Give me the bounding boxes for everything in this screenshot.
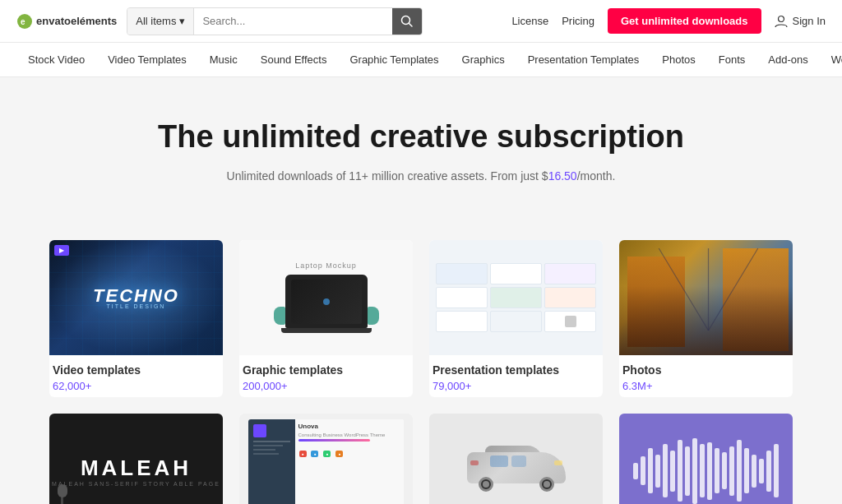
header-links: License Pricing Get unlimited downloads … xyxy=(511,8,826,34)
svg-line-5 xyxy=(659,248,708,331)
subtitle-prefix: Unlimited downloads of 11+ million creat… xyxy=(227,169,548,183)
pricing-link[interactable]: Pricing xyxy=(562,15,594,27)
nav-item-sound-effects[interactable]: Sound Effects xyxy=(249,43,339,76)
hero-subtitle: Unlimited downloads of 11+ million creat… xyxy=(16,169,826,183)
plant-right-icon xyxy=(368,307,379,325)
svg-point-4 xyxy=(778,16,784,21)
card-info-video: Video templates 62,000+ xyxy=(49,355,223,397)
wave-bar xyxy=(715,448,719,493)
nav-item-music[interactable]: Music xyxy=(198,43,249,76)
wave-bar xyxy=(774,444,779,497)
card-graphic-templates[interactable]: Laptop Mockup xyxy=(239,240,413,397)
wave-bar xyxy=(692,438,697,504)
card-presentation-templates[interactable]: Presentation templates 79,000+ xyxy=(429,240,603,397)
wave-bar xyxy=(729,446,734,496)
nav-item-web-templates[interactable]: Web Templates xyxy=(820,43,842,76)
wp-tag1: ● xyxy=(299,451,307,457)
card-info-presentation: Presentation templates 79,000+ xyxy=(429,355,603,397)
thumb-music xyxy=(619,414,793,504)
logo-icon: e xyxy=(16,13,33,30)
license-link[interactable]: License xyxy=(511,15,548,27)
car-shape xyxy=(467,451,566,492)
techno-label: TECHNO xyxy=(93,285,179,307)
price-text: 16.50 xyxy=(548,169,577,183)
svg-line-7 xyxy=(709,248,758,331)
card-photos[interactable]: Photos 6.3M+ xyxy=(619,240,793,397)
wave-bar xyxy=(707,442,712,500)
nav-item-presentation-templates[interactable]: Presentation Templates xyxy=(516,43,651,76)
wave-bar xyxy=(685,446,690,496)
dropdown-label: All items xyxy=(136,15,176,27)
thumb-wordpress: Unova Consulting Business WordPress Them… xyxy=(239,414,413,504)
search-input[interactable] xyxy=(194,8,392,35)
wp-site-title: Unova xyxy=(298,423,401,430)
laptop-shape xyxy=(285,275,368,328)
wave-bar xyxy=(766,451,771,492)
hero-title: The unlimited creative subscription xyxy=(16,118,826,156)
sign-in-button[interactable]: Sign In xyxy=(775,15,826,28)
hero-section: The unlimited creative subscription Unli… xyxy=(0,77,842,215)
card-music[interactable]: Royalty-Free Music 120,000+ xyxy=(619,414,793,504)
card-info-graphic: Graphic templates 200,000+ xyxy=(239,355,413,397)
grid-container: TECHNO TITLE DESIGN ▶ Video templates 62… xyxy=(49,240,793,504)
nav-item-video-templates[interactable]: Video Templates xyxy=(96,43,198,76)
wp-site-sub: Consulting Business WordPress Theme xyxy=(298,432,401,437)
wp-accent-bar xyxy=(298,439,370,442)
wp-tag2: ● xyxy=(311,451,318,457)
nav-item-photos[interactable]: Photos xyxy=(650,43,706,76)
nav-item-stock-video[interactable]: Stock Video xyxy=(16,43,96,76)
wp-tag4: ● xyxy=(335,451,343,457)
wave-bar xyxy=(759,459,764,483)
wp-content-area: Unova Consulting Business WordPress Them… xyxy=(295,419,405,504)
waveform-visual xyxy=(633,438,779,504)
card-info-photos: Photos 6.3M+ xyxy=(619,355,793,397)
laptop-screen xyxy=(291,280,362,324)
main-nav: Stock Video Video Templates Music Sound … xyxy=(0,43,842,77)
search-bar: All items ▾ xyxy=(127,7,423,35)
font-display-text: MALEAH xyxy=(52,455,220,481)
card-video-templates[interactable]: TECHNO TITLE DESIGN ▶ Video templates 62… xyxy=(49,240,223,397)
thumb-photos xyxy=(619,240,793,355)
laptop-mockup-label: Laptop Mockup xyxy=(295,261,357,270)
wave-bar xyxy=(670,451,675,492)
chevron-down-icon: ▾ xyxy=(179,15,185,27)
svg-text:e: e xyxy=(21,17,25,26)
card-count-presentation: 79,000+ xyxy=(433,380,599,392)
wp-tag3: ● xyxy=(323,451,331,457)
logo[interactable]: e envatoeléments xyxy=(16,13,117,30)
car-wheel-front xyxy=(479,477,493,492)
sign-in-label: Sign In xyxy=(793,15,826,27)
user-icon xyxy=(775,15,788,28)
nav-item-graphic-templates[interactable]: Graphic Templates xyxy=(338,43,450,76)
cta-button[interactable]: Get unlimited downloads xyxy=(608,8,761,34)
thumb-video-templates: TECHNO TITLE DESIGN ▶ xyxy=(49,240,223,355)
nav-item-graphics[interactable]: Graphics xyxy=(451,43,516,76)
thumb-presentation-templates xyxy=(429,240,603,355)
nav-item-fonts[interactable]: Fonts xyxy=(707,43,757,76)
card-fonts[interactable]: MALEAH MALEAH SANS-SERIF STORY ABLE PAGE… xyxy=(49,414,223,504)
wave-bar xyxy=(722,452,727,489)
wave-bar xyxy=(752,455,756,488)
wave-bar xyxy=(678,440,682,502)
bridge-cables xyxy=(619,240,793,355)
wave-bar xyxy=(737,440,742,502)
card-3d[interactable]: 3D 140,000+ xyxy=(429,414,603,504)
card-wordpress[interactable]: Unova Consulting Business WordPress Them… xyxy=(239,414,413,504)
presentation-slides-grid xyxy=(429,257,603,339)
wave-bar xyxy=(633,463,638,479)
logo-text: envatoeléments xyxy=(36,15,117,27)
thumb-fonts: MALEAH MALEAH SANS-SERIF STORY ABLE PAGE xyxy=(49,414,223,504)
search-button[interactable] xyxy=(392,8,422,35)
category-grid: TECHNO TITLE DESIGN ▶ Video templates 62… xyxy=(0,215,842,504)
laptop-base xyxy=(281,328,372,333)
search-dropdown[interactable]: All items ▾ xyxy=(127,8,194,35)
wave-bar xyxy=(641,456,645,485)
thumb-badge: ▶ xyxy=(54,245,69,256)
card-title-photos: Photos xyxy=(622,363,789,377)
plant-left-icon xyxy=(274,307,285,325)
wave-bar xyxy=(744,448,749,493)
svg-line-3 xyxy=(409,23,413,26)
font-sub-text: MALEAH SANS-SERIF STORY ABLE PAGE xyxy=(52,481,220,487)
car-wheel-rear xyxy=(539,477,554,492)
nav-item-add-ons[interactable]: Add-ons xyxy=(756,43,819,76)
